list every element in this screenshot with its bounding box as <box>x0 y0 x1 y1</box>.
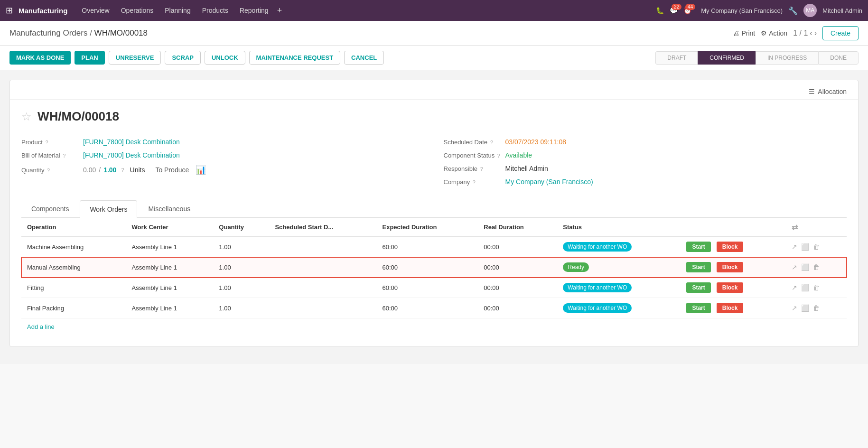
tablet-icon[interactable]: ⬜ <box>801 263 809 271</box>
external-link-icon[interactable]: ↗ <box>792 304 797 312</box>
external-link-icon[interactable]: ↗ <box>792 263 797 271</box>
create-button[interactable]: Create <box>822 26 859 40</box>
print-button[interactable]: 🖨 Print <box>733 29 755 37</box>
messages-button[interactable]: 💬 22 <box>670 7 678 14</box>
nav-reporting[interactable]: Reporting <box>235 5 273 16</box>
product-help-icon[interactable]: ? <box>45 140 48 145</box>
nav-operations[interactable]: Operations <box>116 5 158 16</box>
breadcrumb: Manufacturing Orders / WH/MO/00018 <box>9 28 727 38</box>
start-button[interactable]: Start <box>686 303 710 313</box>
bug-icon-button[interactable]: 🐛 <box>656 7 664 14</box>
next-page-button[interactable]: › <box>814 29 817 37</box>
scrap-button[interactable]: SCRAP <box>165 51 201 65</box>
component-status-value: Available <box>505 151 532 159</box>
qty-help-icon[interactable]: ? <box>121 167 124 173</box>
gear-icon: ⚙ <box>761 29 767 37</box>
external-link-icon[interactable]: ↗ <box>792 284 797 291</box>
nav-products[interactable]: Products <box>197 5 233 16</box>
start-button[interactable]: Start <box>686 262 710 272</box>
allocation-button[interactable]: ☰ Allocation <box>809 88 847 95</box>
block-button[interactable]: Block <box>717 262 744 272</box>
responsible-value[interactable]: Mitchell Admin <box>505 165 548 172</box>
block-button[interactable]: Block <box>717 282 744 293</box>
settings-wrench-icon[interactable]: 🔧 <box>788 6 798 15</box>
company-label: Company ? <box>444 178 505 186</box>
scheduled-date-value[interactable]: 03/07/2023 09:11:08 <box>505 138 566 146</box>
row-status: Ready <box>557 257 681 278</box>
nav-overview[interactable]: Overview <box>77 5 114 16</box>
breadcrumb-separator: / <box>90 28 94 37</box>
delete-icon[interactable]: 🗑 <box>813 243 820 251</box>
row-status: Waiting for another WO <box>557 298 681 318</box>
company-name[interactable]: My Company (San Francisco) <box>701 7 783 14</box>
tab-work-orders[interactable]: Work Orders <box>80 200 137 218</box>
row-operation: Fitting <box>21 278 126 298</box>
tab-components[interactable]: Components <box>21 200 79 217</box>
unlock-button[interactable]: UNLOCK <box>205 51 245 65</box>
work-orders-table: Operation Work Center Quantity Scheduled… <box>21 218 847 318</box>
maintenance-request-button[interactable]: MAINTENANCE REQUEST <box>249 51 341 65</box>
print-label: Print <box>741 29 755 37</box>
chart-icon[interactable]: 📊 <box>196 165 206 175</box>
unreserve-button[interactable]: UNRESERVE <box>109 51 161 65</box>
row-work-center: Assembly Line 1 <box>126 237 214 257</box>
tablet-icon[interactable]: ⬜ <box>801 304 809 312</box>
start-button[interactable]: Start <box>686 242 710 252</box>
status-draft[interactable]: DRAFT <box>655 51 698 65</box>
bug-icon: 🐛 <box>656 7 664 14</box>
status-confirmed[interactable]: CONFIRMED <box>698 51 756 65</box>
tab-miscellaneous[interactable]: Miscellaneous <box>138 200 200 217</box>
tablet-icon[interactable]: ⬜ <box>801 243 809 251</box>
form-card: ☰ Allocation ☆ WH/MO/00018 Product ? <box>9 80 859 347</box>
company-field-row: Company ? My Company (San Francisco) <box>444 175 847 188</box>
component-status-help-icon[interactable]: ? <box>497 153 500 159</box>
plan-button[interactable]: PLAN <box>75 51 104 65</box>
nav-add-icon[interactable]: + <box>277 6 282 16</box>
responsible-label: Responsible ? <box>444 165 505 172</box>
status-done[interactable]: DONE <box>818 51 859 65</box>
form-fields-grid: Product ? [FURN_7800] Desk Combination B… <box>21 135 847 188</box>
qty-current[interactable]: 0.00 <box>83 166 96 174</box>
row-scheduled-start <box>269 278 376 298</box>
user-name[interactable]: Mitchell Admin <box>822 7 862 14</box>
qty-unit: Units <box>130 166 145 174</box>
scheduled-date-help-icon[interactable]: ? <box>490 140 493 145</box>
qty-target[interactable]: 1.00 <box>103 166 116 174</box>
avatar[interactable]: MA <box>803 4 817 17</box>
mark-as-done-button[interactable]: MARK AS DONE <box>9 51 71 65</box>
responsible-help-icon[interactable]: ? <box>480 166 483 172</box>
action-button[interactable]: ⚙ Action <box>761 29 787 37</box>
activities-button[interactable]: ⏰ 44 <box>683 7 691 14</box>
tablet-icon[interactable]: ⬜ <box>801 284 809 291</box>
bom-value[interactable]: [FURN_7800] Desk Combination <box>83 151 180 159</box>
company-help-icon[interactable]: ? <box>473 179 476 185</box>
company-value[interactable]: My Company (San Francisco) <box>505 178 593 186</box>
form-title-row: ☆ WH/MO/00018 <box>21 109 847 124</box>
delete-icon[interactable]: 🗑 <box>813 263 820 271</box>
table-settings-icon[interactable]: ⇄ <box>792 223 798 231</box>
add-line-button[interactable]: Add a line <box>21 318 60 335</box>
responsible-field-row: Responsible ? Mitchell Admin <box>444 162 847 175</box>
allocation-label: Allocation <box>818 88 847 95</box>
table-body: Machine Assembling Assembly Line 1 1.00 … <box>21 237 847 318</box>
prev-page-button[interactable]: ‹ <box>810 29 812 37</box>
quantity-help-icon[interactable]: ? <box>47 168 50 173</box>
block-button[interactable]: Block <box>717 303 744 313</box>
delete-icon[interactable]: 🗑 <box>813 284 820 291</box>
delete-icon[interactable]: 🗑 <box>813 304 820 312</box>
app-grid-icon[interactable]: ⊞ <box>6 5 13 16</box>
cancel-button[interactable]: CANCEL <box>344 51 384 65</box>
start-button[interactable]: Start <box>686 282 710 293</box>
tab-bar: Components Work Orders Miscellaneous <box>21 200 847 218</box>
favorite-star-icon[interactable]: ☆ <box>21 110 32 123</box>
app-name[interactable]: Manufacturing <box>19 7 67 15</box>
bom-help-icon[interactable]: ? <box>63 153 65 159</box>
external-link-icon[interactable]: ↗ <box>792 243 797 251</box>
product-value[interactable]: [FURN_7800] Desk Combination <box>83 138 180 146</box>
breadcrumb-toolbar: Manufacturing Orders / WH/MO/00018 🖨 Pri… <box>0 21 868 46</box>
block-button[interactable]: Block <box>717 242 744 252</box>
nav-planning[interactable]: Planning <box>160 5 196 16</box>
th-work-center: Work Center <box>126 218 214 237</box>
breadcrumb-parent[interactable]: Manufacturing Orders <box>9 28 87 37</box>
status-in-progress[interactable]: IN PROGRESS <box>756 51 818 65</box>
